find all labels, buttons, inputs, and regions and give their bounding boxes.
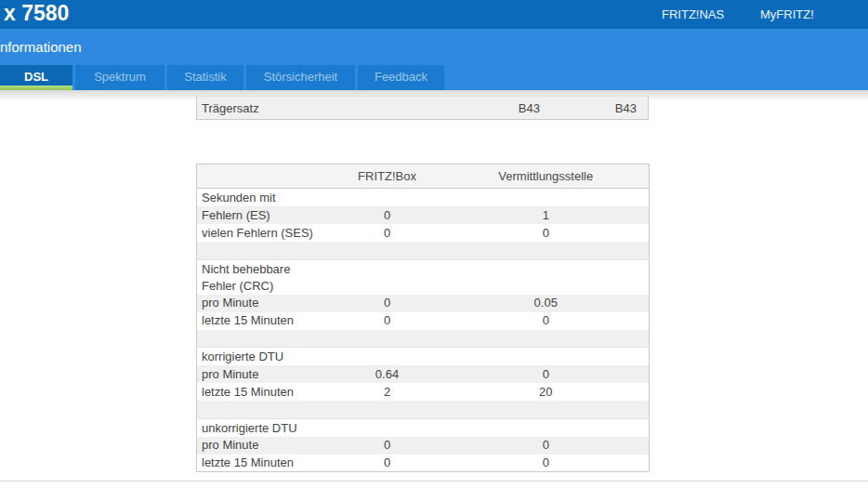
exchange-value — [443, 330, 650, 348]
stats-header-row: FRITZ!Box Vermittlungsstelle — [197, 165, 650, 189]
table-row: letzte 15 Minuten00 — [197, 312, 650, 330]
spacer-row — [197, 242, 650, 259]
row-label: pro Minute — [197, 295, 332, 312]
table-row: letzte 15 Minuten220 — [197, 383, 650, 401]
row-label: letzte 15 Minuten — [197, 455, 332, 472]
row-label — [197, 401, 332, 418]
row-label: vielen Fehlern (SES) — [197, 224, 332, 242]
carrier-set-row: Trägersatz B43 B43 — [196, 96, 649, 120]
fritzbox-value — [332, 330, 443, 348]
table-row: Fehlern (ES)01 — [197, 206, 650, 224]
fritzbox-page: x 7580 FRITZ!NAS MyFRITZ! nformationen D… — [0, 0, 868, 488]
carrier-fritzbox-value: B43 — [429, 101, 540, 115]
table-row: vielen Fehlern (SES)00 — [197, 224, 650, 242]
carrier-exchange-value: B43 — [540, 101, 642, 115]
row-label — [197, 330, 332, 348]
myfritz-link[interactable]: MyFRITZ! — [760, 0, 814, 29]
row-label: pro Minute — [197, 437, 332, 455]
brand-title: x 7580 — [4, 1, 69, 26]
table-row: Sekunden mit — [197, 189, 650, 207]
page-title: nformationen — [0, 39, 82, 55]
stats-header-exchange: Vermittlungsstelle — [443, 165, 650, 189]
fritzbox-value — [332, 348, 443, 366]
top-header-bar: x 7580 FRITZ!NAS MyFRITZ! — [0, 0, 868, 29]
table-row: pro Minute0.640 — [197, 365, 650, 383]
fritzbox-value — [332, 259, 443, 295]
fritzbox-value: 0 — [332, 224, 443, 242]
exchange-value: 0 — [443, 455, 650, 472]
fritzbox-value — [332, 401, 443, 418]
fritzbox-value: 0 — [332, 312, 443, 330]
fritzbox-value — [332, 418, 443, 437]
dsl-error-stats-table: FRITZ!Box Vermittlungsstelle Sekunden mi… — [196, 164, 650, 472]
exchange-value: 0 — [443, 312, 650, 330]
row-label: letzte 15 Minuten — [197, 383, 332, 401]
table-row: pro Minute00.05 — [197, 295, 650, 312]
fritzbox-value — [332, 189, 443, 207]
fritzbox-value: 0 — [332, 437, 443, 455]
row-label: Nicht behebbare Fehler (CRC) — [197, 259, 332, 295]
fritzbox-value: 0 — [332, 455, 443, 472]
tab-statistik[interactable]: Statistik — [167, 65, 243, 90]
exchange-value: 20 — [443, 383, 650, 401]
fritzbox-value — [332, 242, 443, 259]
exchange-value: 1 — [443, 206, 650, 224]
row-label: unkorrigierte DTU — [197, 418, 332, 437]
tab-spektrum[interactable]: Spektrum — [75, 65, 164, 90]
row-label: pro Minute — [197, 365, 332, 383]
exchange-value: 0 — [443, 437, 650, 455]
exchange-value — [443, 242, 650, 259]
footer-separator — [0, 481, 868, 481]
stats-table-body: Sekunden mitFehlern (ES)01vielen Fehlern… — [197, 189, 650, 472]
exchange-value — [443, 189, 650, 207]
table-row: unkorrigierte DTU — [197, 418, 650, 437]
table-row: korrigierte DTU — [197, 348, 650, 366]
exchange-value — [443, 259, 650, 295]
fritzbox-value: 0 — [332, 206, 443, 224]
row-label: Fehlern (ES) — [197, 206, 332, 224]
stats-header-fritzbox: FRITZ!Box — [332, 165, 443, 189]
exchange-value — [443, 418, 650, 437]
table-row: letzte 15 Minuten00 — [197, 455, 650, 472]
row-label: Sekunden mit — [197, 189, 332, 207]
table-row: pro Minute00 — [197, 437, 650, 455]
exchange-value: 0.05 — [443, 295, 650, 312]
spacer-row — [197, 401, 650, 418]
tab-dsl[interactable]: DSL — [0, 65, 72, 90]
fritzbox-value: 0.64 — [332, 365, 443, 383]
table-row: Nicht behebbare Fehler (CRC) — [197, 259, 650, 295]
carrier-row-label: Trägersatz — [197, 101, 429, 115]
fritznas-link[interactable]: FRITZ!NAS — [662, 0, 724, 29]
exchange-value: 0 — [443, 365, 650, 383]
exchange-value — [443, 401, 650, 418]
spacer-row — [197, 330, 650, 348]
exchange-value — [443, 348, 650, 366]
row-label: korrigierte DTU — [197, 348, 332, 366]
tab-feedback[interactable]: Feedback — [358, 65, 444, 90]
row-label — [197, 242, 332, 259]
fritzbox-value: 2 — [332, 383, 443, 401]
tab-stoersicherheit[interactable]: Störsicherheit — [246, 65, 355, 90]
exchange-value: 0 — [443, 224, 650, 242]
row-label: letzte 15 Minuten — [197, 312, 332, 330]
tab-bar: DSL Spektrum Statistik Störsicherheit Fe… — [0, 65, 868, 90]
fritzbox-value: 0 — [332, 295, 443, 312]
stats-header-empty — [197, 165, 332, 189]
